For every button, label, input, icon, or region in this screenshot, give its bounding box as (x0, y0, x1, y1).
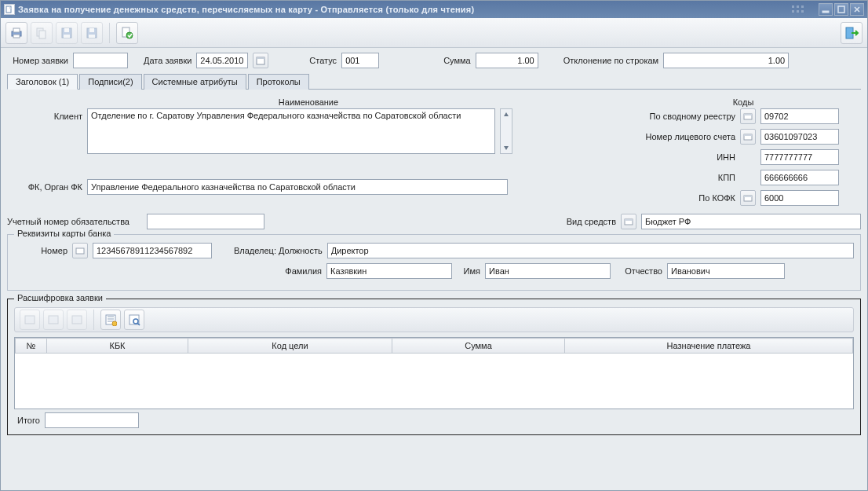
exit-button[interactable] (841, 22, 863, 44)
date-input[interactable] (196, 53, 248, 68)
tab-protocols[interactable]: Протоколы (248, 74, 309, 90)
svg-rect-36 (72, 316, 82, 324)
kofk-lookup-button[interactable] (740, 190, 756, 206)
grid-refresh-button[interactable] (100, 310, 121, 330)
header-row: Номер заявки Дата заявки Статус Сумма От… (7, 53, 861, 68)
card-group: Реквизиты карты банка Номер Владелец: До… (7, 234, 861, 291)
svod-label: По сводному реестру (625, 112, 735, 121)
number-input[interactable] (73, 53, 128, 68)
client-textarea[interactable]: Отделение по г. Саратову Управления Феде… (87, 108, 495, 154)
svg-rect-13 (39, 31, 46, 38)
copy-button (31, 22, 53, 44)
svg-rect-4 (792, 10, 794, 13)
deviation-input[interactable] (663, 53, 789, 68)
funds-lookup-button[interactable] (621, 214, 636, 229)
titlebar: Заявка на получение денежных средств, пе… (1, 1, 867, 18)
grid-edit-button (43, 310, 64, 330)
col-kbk[interactable]: КБК (47, 339, 188, 354)
patronymic-label: Отчество (615, 266, 662, 276)
kpp-label: КПП (625, 173, 735, 182)
col-number[interactable]: № (16, 339, 47, 354)
funds-input[interactable] (641, 214, 861, 229)
svg-rect-11 (13, 35, 20, 38)
table-header-row: № КБК Код цели Сумма Назначение платежа (16, 339, 853, 354)
acct-input[interactable] (760, 129, 839, 145)
svg-rect-16 (64, 35, 70, 38)
svg-rect-19 (89, 35, 95, 38)
titlebar-pattern-icon (787, 1, 817, 18)
svod-lookup-button[interactable] (740, 108, 756, 124)
tab-header[interactable]: Заголовок (1) (7, 74, 78, 90)
col-sum[interactable]: Сумма (392, 339, 565, 354)
save-button (56, 22, 78, 44)
inn-label: ИНН (625, 152, 735, 162)
deviation-label: Отклонение по строкам (563, 56, 658, 65)
svg-rect-35 (49, 316, 58, 324)
detail-legend: Расшифровка заявки (14, 293, 106, 302)
grid-search-button[interactable] (124, 310, 144, 330)
acct-label: Номер лицевого счета (625, 132, 735, 141)
name-header: Наименование (7, 96, 610, 108)
client-scrollbar[interactable] (500, 108, 512, 154)
obligation-input[interactable] (147, 214, 264, 229)
svg-rect-5 (797, 10, 799, 13)
svg-rect-8 (838, 6, 844, 13)
svod-input[interactable] (760, 108, 839, 124)
card-legend: Реквизиты карты банка (14, 229, 114, 238)
svg-rect-3 (801, 5, 804, 8)
svg-rect-34 (25, 316, 35, 324)
grid-body[interactable] (15, 354, 853, 409)
fk-label: ФК, Орган ФК (7, 182, 82, 192)
codes-header: Коды (625, 96, 861, 108)
close-button[interactable] (850, 3, 864, 16)
calendar-button[interactable] (253, 53, 268, 68)
detail-grid[interactable]: № КБК Код цели Сумма Назначение платежа (14, 337, 854, 409)
print-button[interactable] (5, 22, 27, 44)
card-number-input[interactable] (93, 243, 212, 258)
window-title: Заявка на получение денежных средств, пе… (18, 5, 474, 14)
col-purpose-code[interactable]: Код цели (188, 339, 392, 354)
save-as-button (81, 22, 103, 44)
acct-lookup-button[interactable] (740, 129, 756, 145)
status-input[interactable] (341, 53, 379, 68)
svg-rect-24 (257, 57, 264, 59)
kofk-label: По КОФК (625, 193, 735, 203)
svg-rect-18 (89, 28, 94, 32)
lastname-input[interactable] (326, 263, 452, 279)
tab-system-attributes[interactable]: Системные атрибуты (144, 74, 246, 90)
obligation-label: Учетный номер обязательства (7, 217, 142, 226)
document-icon (4, 4, 15, 15)
card-number-lookup-button[interactable] (72, 243, 88, 258)
client-label: Клиент (7, 108, 82, 121)
date-label: Дата заявки (144, 56, 191, 65)
number-label: Номер заявки (7, 56, 68, 65)
status-label: Статус (309, 56, 337, 65)
svg-point-38 (112, 321, 117, 326)
kpp-input[interactable] (760, 170, 839, 185)
firstname-input[interactable] (485, 263, 611, 279)
minimize-button[interactable] (819, 3, 833, 16)
svg-rect-26 (744, 114, 752, 115)
kofk-input[interactable] (760, 190, 839, 206)
approve-button[interactable] (116, 22, 138, 44)
grid-delete-button (67, 310, 87, 330)
owner-input[interactable] (327, 243, 854, 258)
firstname-label: Имя (457, 266, 480, 276)
svg-rect-6 (801, 10, 804, 13)
sum-input[interactable] (476, 53, 538, 68)
patronymic-input[interactable] (667, 263, 785, 279)
tabs: Заголовок (1) Подписи(2) Системные атриб… (7, 73, 861, 90)
maximize-button[interactable] (834, 3, 848, 16)
totals-row: Итого (14, 409, 854, 428)
svg-rect-2 (797, 5, 799, 8)
svg-rect-32 (625, 219, 633, 221)
svg-rect-30 (744, 196, 752, 197)
svg-rect-28 (744, 134, 752, 136)
inn-input[interactable] (760, 149, 839, 165)
tab-signatures[interactable]: Подписи(2) (79, 74, 141, 90)
totals-input[interactable] (45, 412, 139, 428)
svg-rect-1 (792, 5, 794, 8)
svg-rect-33 (76, 248, 84, 254)
fk-input[interactable] (87, 179, 508, 195)
col-payment-purpose[interactable]: Назначение платежа (565, 339, 853, 354)
